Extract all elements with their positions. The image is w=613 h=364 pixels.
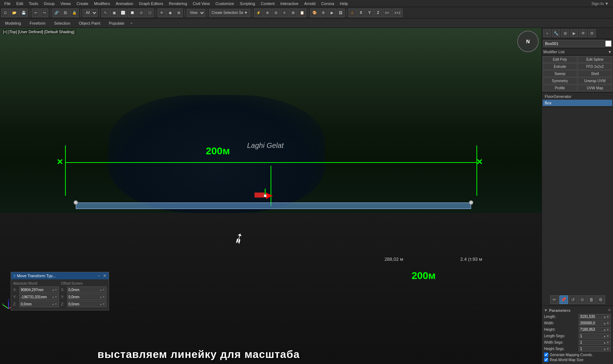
- profile-btn[interactable]: Profile: [543, 85, 577, 91]
- menu-corona[interactable]: Corona: [318, 1, 337, 6]
- redo-btn[interactable]: ↪: [40, 9, 48, 17]
- align-btn[interactable]: ≡: [281, 9, 288, 17]
- height-value[interactable]: 7180,953 ▲▼: [579, 327, 611, 332]
- transform-gizmo[interactable]: [256, 187, 274, 205]
- select-fence-btn[interactable]: 🔲: [128, 9, 137, 17]
- menu-graph-editors[interactable]: Graph Editors: [136, 1, 166, 6]
- ffd-btn[interactable]: FFD 2x2x2: [578, 63, 612, 70]
- select-paint-btn[interactable]: ⬡: [146, 9, 154, 17]
- x-off-spinner[interactable]: ▲▼: [99, 288, 105, 291]
- snap2-btn[interactable]: ⊕: [263, 9, 271, 17]
- motion-icon[interactable]: ▶: [570, 29, 578, 37]
- render-btn[interactable]: ▶: [328, 9, 336, 17]
- layer-btn[interactable]: 📋: [298, 9, 306, 17]
- material-btn[interactable]: 🎨: [310, 9, 319, 17]
- y-abs-input[interactable]: -196731,031mm ▲▼: [19, 294, 59, 300]
- menu-content[interactable]: Content: [258, 1, 278, 6]
- all-dropdown[interactable]: All: [83, 9, 98, 17]
- link-btn[interactable]: 🔗: [52, 9, 61, 17]
- reset-icon-btn[interactable]: ↺: [569, 295, 577, 304]
- open-btn[interactable]: 📂: [10, 9, 19, 17]
- menu-group[interactable]: Group: [41, 1, 58, 6]
- stack-item-floorgenerator[interactable]: FloorGenerator: [543, 93, 612, 100]
- length-segs-value[interactable]: 1 ▲▼: [579, 333, 611, 339]
- stack-item-box[interactable]: Box: [543, 100, 612, 106]
- view-dropdown[interactable]: View: [187, 9, 205, 17]
- menu-scripting[interactable]: Scripting: [237, 1, 258, 6]
- tab-extra[interactable]: ▸: [131, 21, 133, 25]
- move-btn[interactable]: ✛: [158, 9, 165, 17]
- select-lasso-btn[interactable]: ⊙: [137, 9, 145, 17]
- width-spinner[interactable]: ▲▼: [603, 321, 609, 325]
- z-btn[interactable]: Z: [374, 9, 382, 17]
- x-abs-input[interactable]: 90804,297mm ▲▼: [19, 286, 59, 293]
- config-btn[interactable]: ⚙: [597, 295, 605, 304]
- rotate-btn[interactable]: ◉: [166, 9, 174, 17]
- length-segs-spinner[interactable]: ▲▼: [603, 334, 609, 338]
- menu-views[interactable]: Views: [58, 1, 74, 6]
- generate-mapping-checkbox[interactable]: [544, 353, 548, 357]
- menu-interactive[interactable]: Interactive: [277, 1, 301, 6]
- xy-btn[interactable]: XY: [383, 9, 391, 17]
- z-abs-spinner[interactable]: ▲▼: [52, 303, 58, 306]
- y-off-input[interactable]: 0,0mm ▲▼: [67, 294, 107, 300]
- z-off-spinner[interactable]: ▲▼: [99, 303, 105, 306]
- edit-poly-btn[interactable]: Edit Poly: [543, 56, 577, 63]
- menu-help[interactable]: Help: [337, 1, 351, 6]
- x-off-input[interactable]: 0,0mm ▲▼: [67, 286, 107, 293]
- menu-arnold[interactable]: Arnold: [301, 1, 318, 6]
- menu-file[interactable]: File: [1, 1, 14, 6]
- edit-spline-btn[interactable]: Edit Spline: [578, 56, 612, 63]
- render-setup-btn[interactable]: ⚙: [320, 9, 327, 17]
- object-color-swatch[interactable]: [605, 40, 612, 47]
- y-abs-spinner[interactable]: ▲▼: [52, 295, 58, 299]
- display-icon[interactable]: 👁: [579, 29, 587, 37]
- tab-populate[interactable]: Populate: [105, 20, 128, 26]
- uvw-map-btn[interactable]: UVW Map: [578, 85, 612, 91]
- height-segs-value[interactable]: 1 ▲▼: [579, 346, 611, 351]
- new-btn[interactable]: 🗋: [1, 9, 9, 17]
- mirror-btn[interactable]: ⊟: [272, 9, 280, 17]
- scale-btn[interactable]: ⊞: [175, 9, 183, 17]
- tab-object-paint[interactable]: Object Paint: [75, 20, 104, 26]
- symmetry-btn[interactable]: Symmetry: [543, 78, 577, 84]
- object-name-input[interactable]: [543, 40, 604, 47]
- menu-create[interactable]: Create: [74, 1, 91, 6]
- select-name-btn[interactable]: ▣: [110, 9, 118, 17]
- utilities-icon[interactable]: ⚙: [588, 29, 596, 37]
- create-icon[interactable]: +: [543, 29, 551, 37]
- params-close[interactable]: ✕: [608, 308, 611, 313]
- xyz-btn[interactable]: XYZ: [392, 9, 403, 17]
- bind-btn[interactable]: 🔒: [70, 9, 79, 17]
- width-segs-spinner[interactable]: ▲▼: [603, 341, 609, 344]
- save-btn[interactable]: 💾: [19, 9, 28, 17]
- height-spinner[interactable]: ▲▼: [603, 328, 609, 331]
- length-spinner[interactable]: ▲▼: [603, 315, 609, 319]
- select-btn[interactable]: ↖: [102, 9, 109, 17]
- z-abs-input[interactable]: 0,0mm ▲▼: [19, 301, 59, 307]
- menu-tools[interactable]: Tools: [26, 1, 41, 6]
- create-selection-btn[interactable]: Create Selection Se ▼: [209, 9, 250, 17]
- delete-modifier-btn[interactable]: 🗑: [587, 295, 596, 304]
- array-btn[interactable]: ⊞: [289, 9, 297, 17]
- modify-icon[interactable]: 🔧: [552, 29, 560, 37]
- tab-selection[interactable]: Selection: [50, 20, 74, 26]
- pin-icon-btn[interactable]: 📌: [559, 295, 568, 304]
- menu-animation[interactable]: Animation: [113, 1, 136, 6]
- warning-btn[interactable]: ⚠: [348, 9, 356, 17]
- dialog-minimize-btn[interactable]: −: [98, 273, 100, 278]
- tab-freeform[interactable]: Freeform: [26, 20, 49, 26]
- sign-in[interactable]: Sign In ▼: [592, 1, 612, 6]
- extrude-btn[interactable]: Extrude: [543, 63, 577, 70]
- hierarchy-icon[interactable]: ⊞: [561, 29, 569, 37]
- real-world-checkbox[interactable]: [544, 358, 548, 362]
- unwrap-uvw-btn[interactable]: Unwrap UVW: [578, 78, 612, 84]
- x-btn[interactable]: X: [357, 9, 365, 17]
- menu-rendering[interactable]: Rendering: [166, 1, 190, 6]
- sweep-btn[interactable]: Sweep: [543, 70, 577, 77]
- length-value[interactable]: 3191,535 ▲▼: [579, 314, 611, 319]
- width-value[interactable]: 200000,0 ▲▼: [579, 320, 611, 326]
- menu-customize[interactable]: Customize: [213, 1, 237, 6]
- modifier-list-dropdown[interactable]: ▼: [608, 50, 612, 54]
- tab-modeling[interactable]: Modeling: [1, 20, 25, 26]
